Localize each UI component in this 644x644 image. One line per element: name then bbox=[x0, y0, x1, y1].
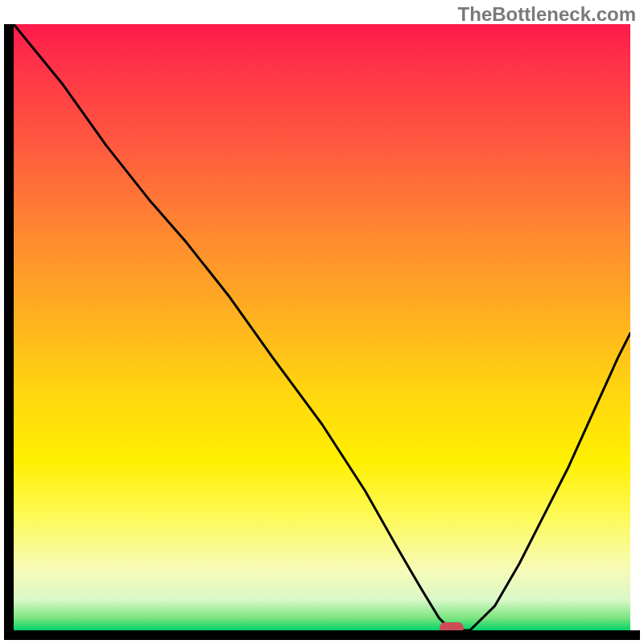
x-axis bbox=[4, 630, 640, 640]
watermark-text: TheBottleneck.com bbox=[458, 3, 636, 26]
y-axis bbox=[4, 24, 14, 640]
chart-frame bbox=[4, 24, 640, 640]
chart-container: TheBottleneck.com bbox=[0, 0, 644, 644]
optimal-marker bbox=[440, 622, 464, 630]
bottleneck-curve bbox=[14, 24, 630, 630]
plot-area bbox=[14, 24, 630, 630]
